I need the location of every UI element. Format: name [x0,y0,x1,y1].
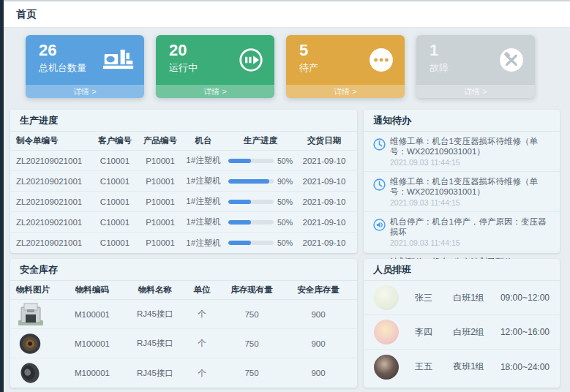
speaker-driver-image [16,361,60,385]
staff-name: 李四 [415,326,453,339]
col-header: 安全库存量 [285,284,351,295]
stat-card-total-machines: 26 总机台数量 详情 > [26,35,144,98]
panel-title: 通知待办 [364,110,560,132]
progress-bar [228,220,274,225]
clock-icon [372,176,390,207]
table-row: ZL202109021001 C10001 P10001 1#注塑机 50% 2… [10,151,357,171]
notice-item[interactable]: 维修工单：机台1变压器损坏待维修（单号：WX202109031001） 2021… [364,132,560,172]
tools-icon [498,47,525,76]
progress-bar [228,241,274,245]
table-header: 物料图片 物料编码 物料名称 单位 库存现有量 安全库存量 [10,281,357,300]
detail-link[interactable]: 详情 > [26,85,144,98]
speaker-driver-image [16,331,60,356]
staff-time: 18:00~24:00 [500,362,550,372]
table-row: M100001 RJ45接口 个 750 900 [10,300,357,329]
panel-title: 安全库存 [10,259,357,281]
table-row: ZL202109021001 C10001 P10001 1#注塑机 50% 2… [10,192,357,212]
col-header: 机台 [183,135,224,146]
notice-time: 2021.09.03 11:44:15 [390,198,551,207]
detail-link[interactable]: 详情 > [156,85,274,98]
notice-time: 2021.09.03 11:44:15 [390,238,551,247]
avatar [374,285,399,310]
notice-item[interactable]: 维修工单：机台1变压器损坏待维修（单号：WX202109031001） 2021… [364,172,560,212]
col-header: 产品编号 [138,135,183,146]
clock-icon [372,136,390,167]
notice-todo-panel: 通知待办 维修工单：机台1变压器损坏待维修（单号：WX202109031001）… [364,110,560,253]
breadcrumb-bar: 首页 [0,0,570,28]
staff-time: 12:00~16:00 [500,327,550,337]
running-icon [238,47,264,76]
sidebar-edge-strip [0,0,4,392]
staff-name: 王五 [415,361,453,373]
machine-icon [103,47,134,75]
rj45-connector-image [16,302,60,327]
avatar [374,355,399,380]
stat-card-running: 20 运行中 详情 > [156,35,274,98]
notice-item[interactable]: 机台停产：机台1停产，停产原因：变压器损坏 2021.09.03 11:44:1… [364,212,560,252]
table-row: ZL202109021001 C10001 P10001 1#注塑机 50% 2… [10,212,357,233]
safety-stock-panel: 安全库存 物料图片 物料编码 物料名称 单位 库存现有量 安全库存量 M1000… [10,259,357,388]
staff-shift: 夜班1组 [453,361,500,373]
breadcrumb-home[interactable]: 首页 [16,8,37,21]
table-header: 制令单编号 客户编号 产品编号 机台 生产进度 交货日期 [10,132,357,151]
schedule-row: 李四 白班2组 12:00~16:00 [364,315,560,350]
col-header: 生产进度 [224,135,297,146]
staff-schedule-panel: 人员排班 张三 白班1组 09:00~12:00 李四 白班2组 12:00~1… [364,259,560,388]
staff-name: 张三 [415,292,453,304]
col-header: 库存现有量 [218,284,285,295]
production-progress-panel: 生产进度 制令单编号 客户编号 产品编号 机台 生产进度 交货日期 ZL2021… [10,110,357,253]
progress-bar [228,200,274,204]
col-header: 制令单编号 [16,135,92,146]
table-row: M100001 RJ45接口 个 750 900 [10,358,357,388]
col-header: 物料名称 [124,284,186,295]
notice-time: 2021.09.03 11:44:15 [390,158,551,167]
progress-bar [228,179,274,184]
staff-shift: 白班2组 [453,326,500,339]
stat-card-pending: 5 待产 详情 > [286,35,405,98]
schedule-row: 王五 夜班1组 18:00~24:00 [364,350,560,384]
col-header: 交货日期 [297,135,351,146]
table-row: ZL202109021001 C10001 P10001 1#注塑机 50% 2… [10,233,357,253]
table-row: ZL202109021001 C10001 P10001 1#注塑机 90% 2… [10,171,357,192]
progress-bar [228,159,274,163]
col-header: 客户编号 [92,135,138,146]
avatar [374,320,399,344]
panel-title: 生产进度 [10,110,357,132]
detail-link[interactable]: 详情 > [416,85,535,98]
col-header: 物料图片 [16,284,60,295]
col-header: 物料编码 [60,284,124,295]
panel-title: 人员排班 [364,259,560,281]
staff-shift: 白班1组 [453,292,500,304]
ellipsis-icon [368,47,394,76]
col-header: 单位 [186,284,218,295]
stat-card-fault: 1 故障 详情 > [416,35,535,98]
staff-time: 09:00~12:00 [500,293,550,303]
speaker-icon [372,216,390,247]
detail-link[interactable]: 详情 > [286,85,405,98]
table-row: M100001 RJ45接口 个 750 900 [10,329,357,358]
schedule-row: 张三 白班1组 09:00~12:00 [364,281,560,315]
